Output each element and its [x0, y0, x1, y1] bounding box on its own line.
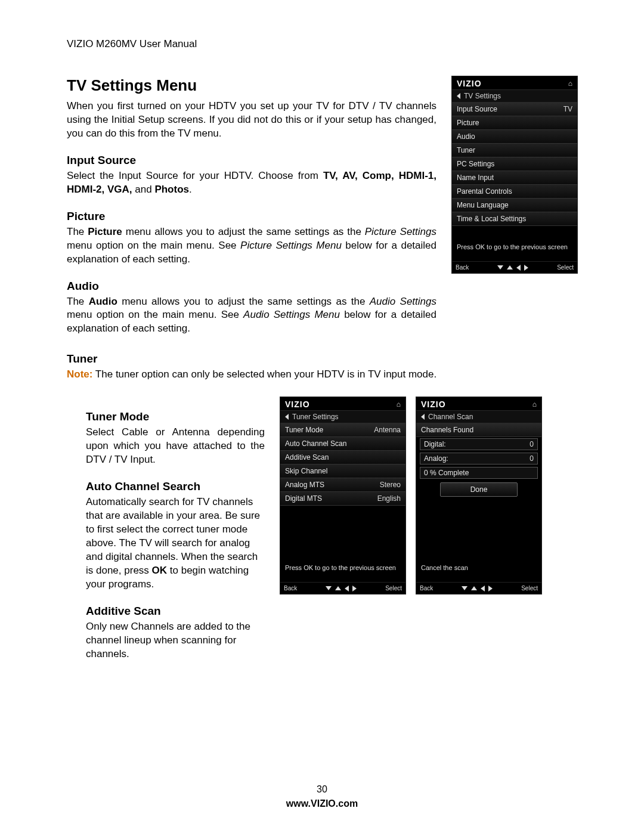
picture-paragraph: The Picture menu allows you to adjust th… — [67, 225, 436, 267]
heading-tuner: Tuner — [67, 352, 577, 366]
osd1-prev-msg: Press OK to go to the previous screen — [452, 240, 577, 261]
osd-select-label: Select — [557, 264, 574, 271]
osd1-row-pc-settings: PC Settings — [452, 157, 577, 171]
osd3-done-button: Done — [440, 482, 518, 497]
osd1-row-name-input: Name Input — [452, 171, 577, 185]
heading-auto-channel-search: Auto Channel Search — [86, 480, 265, 493]
osd2-row-digital-mts: Digital MTSEnglish — [280, 492, 405, 506]
osd-channel-scan: VIZIO ⌂ Channel Scan Channels Found Digi… — [416, 397, 541, 594]
osd-back-label: Back — [420, 585, 433, 592]
nav-left-icon — [516, 265, 521, 271]
nav-down-icon — [497, 265, 503, 270]
page-title: TV Settings Menu — [67, 76, 436, 95]
nav-right-icon — [352, 586, 357, 592]
nav-down-icon — [462, 586, 467, 590]
footer-url: www.VIZIO.com — [0, 798, 644, 809]
osd-select-label: Select — [385, 585, 402, 592]
vizio-logo: VIZIO — [457, 79, 482, 88]
nav-right-icon — [488, 586, 493, 592]
heading-input-source: Input Source — [67, 154, 436, 167]
nav-left-icon — [345, 586, 349, 592]
audio-paragraph: The Audio menu allows you to adjust the … — [67, 295, 436, 336]
heading-tuner-mode: Tuner Mode — [86, 410, 265, 423]
tuner-note: Note: The tuner option can only be selec… — [67, 368, 577, 382]
intro-paragraph: When you first turned on your HDTV you s… — [67, 100, 436, 141]
osd1-row-audio: Audio — [452, 130, 577, 144]
back-arrow-icon — [457, 93, 460, 99]
osd-back-label: Back — [284, 585, 297, 592]
osd1-row-time-local: Time & Local Settings — [452, 212, 577, 226]
osd-tv-settings: VIZIO ⌂ TV Settings Input Source TV Pict… — [452, 76, 577, 273]
osd2-row-skip-channel: Skip Channel — [280, 465, 405, 478]
auto-channel-search-paragraph: Automatically search for TV channels tha… — [86, 496, 265, 592]
heading-picture: Picture — [67, 210, 436, 223]
doc-header: VIZIO M260MV User Manual — [67, 38, 577, 50]
additive-scan-paragraph: Only new Channels are added to the chann… — [86, 620, 265, 661]
osd2-prev-msg: Press OK to go to the previous screen — [280, 561, 405, 582]
osd3-row-complete: 0 % Complete — [420, 467, 538, 479]
nav-left-icon — [481, 586, 485, 592]
osd1-row-input-source: Input Source TV — [452, 103, 577, 116]
osd2-row-auto-channel-scan: Auto Channel Scan — [280, 437, 405, 451]
osd2-row-additive-scan: Additive Scan — [280, 451, 405, 465]
heading-additive-scan: Additive Scan — [86, 605, 265, 618]
osd3-breadcrumb: Channel Scan — [416, 411, 541, 423]
page-footer: 30 www.VIZIO.com — [0, 784, 644, 809]
nav-up-icon — [335, 586, 341, 590]
osd3-row-analog: Analog:0 — [420, 453, 538, 465]
osd3-row-channels-found: Channels Found — [416, 423, 541, 437]
back-arrow-icon — [421, 414, 425, 420]
page-number: 30 — [0, 784, 644, 795]
osd1-row-picture: Picture — [452, 116, 577, 130]
nav-up-icon — [471, 586, 477, 590]
osd1-row-tuner: Tuner — [452, 144, 577, 157]
osd3-row-digital: Digital:0 — [420, 438, 538, 450]
nav-up-icon — [507, 265, 513, 270]
osd2-breadcrumb: Tuner Settings — [280, 411, 405, 423]
input-source-paragraph: Select the Input Source for your HDTV. C… — [67, 169, 436, 197]
nav-right-icon — [524, 265, 528, 271]
osd-back-label: Back — [456, 264, 469, 271]
nav-down-icon — [326, 586, 332, 590]
vizio-logo: VIZIO — [285, 400, 310, 409]
osd2-row-tuner-mode: Tuner ModeAntenna — [280, 423, 405, 437]
home-icon: ⌂ — [532, 400, 537, 408]
osd1-row-parental-controls: Parental Controls — [452, 185, 577, 199]
home-icon: ⌂ — [568, 79, 572, 88]
osd-select-label: Select — [521, 585, 538, 592]
osd-tuner-settings: VIZIO ⌂ Tuner Settings Tuner ModeAntenna… — [280, 397, 405, 594]
vizio-logo: VIZIO — [421, 400, 446, 409]
osd1-row-menu-language: Menu Language — [452, 199, 577, 212]
tuner-mode-paragraph: Select Cable or Antenna depending upon w… — [86, 426, 265, 467]
home-icon: ⌂ — [397, 400, 401, 408]
heading-audio: Audio — [67, 280, 436, 293]
osd2-row-analog-mts: Analog MTSStereo — [280, 478, 405, 492]
back-arrow-icon — [285, 414, 289, 420]
osd3-cancel-msg: Cancel the scan — [416, 561, 541, 582]
osd1-breadcrumb: TV Settings — [452, 90, 577, 103]
